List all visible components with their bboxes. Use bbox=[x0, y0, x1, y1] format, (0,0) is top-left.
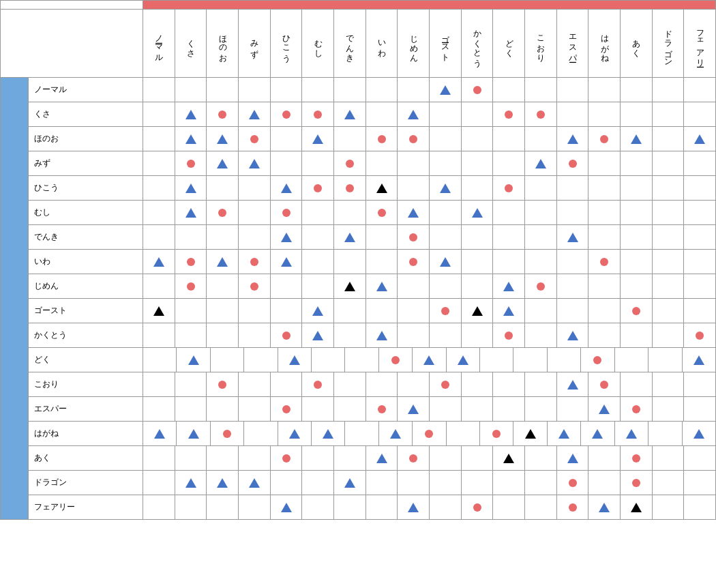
cell-9-2 bbox=[207, 299, 239, 323]
circle-red-icon bbox=[187, 258, 195, 266]
cell-14-12 bbox=[548, 422, 581, 446]
cell-4-12 bbox=[525, 176, 557, 201]
cell-9-9 bbox=[430, 299, 462, 323]
cell-13-5 bbox=[302, 397, 334, 422]
cell-16-11 bbox=[493, 471, 525, 495]
col-header-16: ドラゴン bbox=[653, 10, 685, 78]
cell-3-10 bbox=[462, 151, 494, 176]
circle-red-icon bbox=[441, 381, 449, 389]
row-label-8: じめん bbox=[29, 274, 143, 299]
cell-16-4 bbox=[271, 471, 303, 495]
cell-6-15 bbox=[621, 225, 653, 250]
grid-row-5 bbox=[143, 201, 716, 225]
main-container: ノーマルくさほのおみずひこうむしでんきいわじめんゴーストかくとうどくこおりエスパ… bbox=[0, 0, 716, 520]
cell-16-7 bbox=[366, 471, 398, 495]
triangle-blue-icon bbox=[188, 355, 199, 365]
cell-8-11 bbox=[493, 274, 525, 299]
cell-15-11 bbox=[493, 446, 525, 471]
col-header-4: ひこう bbox=[271, 10, 303, 78]
triangle-blue-icon bbox=[312, 331, 323, 340]
cell-7-8 bbox=[398, 250, 430, 274]
cell-2-13 bbox=[557, 127, 589, 151]
cell-15-8 bbox=[398, 446, 430, 471]
triangle-blue-icon bbox=[626, 429, 637, 439]
cell-3-11 bbox=[493, 151, 525, 176]
grid-row-1 bbox=[143, 102, 716, 127]
cell-9-17 bbox=[684, 299, 716, 323]
col-header-0: ノーマル bbox=[143, 10, 175, 78]
cell-10-8 bbox=[398, 323, 430, 348]
row-label-2: ほのお bbox=[29, 127, 143, 151]
grid bbox=[143, 78, 716, 520]
triangle-blue-icon bbox=[440, 257, 451, 267]
circle-red-icon bbox=[346, 184, 354, 192]
cell-0-14 bbox=[588, 78, 621, 102]
cell-4-9 bbox=[430, 176, 462, 201]
cell-11-1 bbox=[177, 348, 210, 372]
cell-10-1 bbox=[175, 323, 207, 348]
cell-14-7 bbox=[379, 422, 413, 446]
cell-13-14 bbox=[588, 397, 621, 422]
cell-9-0 bbox=[143, 299, 175, 323]
circle-red-icon bbox=[218, 209, 226, 217]
cell-1-4 bbox=[271, 102, 303, 127]
cell-10-7 bbox=[366, 323, 398, 348]
cell-0-17 bbox=[684, 78, 716, 102]
circle-red-icon bbox=[600, 258, 608, 266]
circle-red-icon bbox=[600, 381, 608, 389]
cell-10-3 bbox=[239, 323, 271, 348]
cell-5-11 bbox=[493, 201, 525, 225]
col-header-10: かくとう bbox=[462, 10, 494, 78]
circle-red-icon bbox=[218, 111, 226, 119]
cell-15-12 bbox=[525, 446, 557, 471]
cell-13-4 bbox=[271, 397, 303, 422]
cell-3-12 bbox=[525, 151, 557, 176]
circle-red-icon bbox=[537, 282, 545, 291]
cell-9-14 bbox=[588, 299, 621, 323]
cell-5-4 bbox=[271, 201, 303, 225]
cell-1-12 bbox=[525, 102, 557, 127]
cell-4-13 bbox=[557, 176, 589, 201]
cell-0-8 bbox=[398, 78, 430, 102]
cell-14-9 bbox=[447, 422, 480, 446]
cell-1-13 bbox=[557, 102, 589, 127]
cell-0-9 bbox=[430, 78, 462, 102]
cell-0-4 bbox=[271, 78, 303, 102]
cell-9-3 bbox=[239, 299, 271, 323]
cell-2-14 bbox=[588, 127, 621, 151]
cell-7-3 bbox=[239, 250, 271, 274]
grid-row-10 bbox=[143, 323, 716, 348]
triangle-blue-icon bbox=[217, 134, 228, 144]
row-label-10: かくとう bbox=[29, 323, 143, 348]
grid-row-6 bbox=[143, 225, 716, 250]
circle-red-icon bbox=[425, 430, 433, 438]
cell-8-0 bbox=[143, 274, 175, 299]
cell-11-9 bbox=[447, 348, 480, 372]
cell-1-5 bbox=[302, 102, 334, 127]
cell-1-16 bbox=[653, 102, 685, 127]
grid-row-9 bbox=[143, 299, 716, 323]
cell-6-8 bbox=[398, 225, 430, 250]
cell-11-8 bbox=[413, 348, 446, 372]
cell-11-12 bbox=[548, 348, 581, 372]
circle-red-icon bbox=[569, 503, 577, 512]
row-label-7: いわ bbox=[29, 250, 143, 274]
col-header-3: みず bbox=[239, 10, 271, 78]
cell-16-14 bbox=[588, 471, 621, 495]
cell-5-6 bbox=[334, 201, 366, 225]
triangle-blue-icon bbox=[472, 208, 483, 218]
triangle-blue-icon bbox=[281, 183, 292, 193]
row-label-15: あく bbox=[29, 446, 143, 471]
cell-11-14 bbox=[615, 348, 648, 372]
col-header-7: いわ bbox=[366, 10, 398, 78]
cell-17-1 bbox=[175, 495, 207, 520]
cell-7-0 bbox=[143, 250, 175, 274]
cell-11-0 bbox=[143, 348, 177, 372]
cell-2-6 bbox=[334, 127, 366, 151]
grid-row-8 bbox=[143, 274, 716, 299]
cell-8-17 bbox=[684, 274, 716, 299]
cell-10-6 bbox=[334, 323, 366, 348]
grid-row-16 bbox=[143, 471, 716, 495]
cell-1-17 bbox=[684, 102, 716, 127]
circle-red-icon bbox=[409, 454, 417, 462]
